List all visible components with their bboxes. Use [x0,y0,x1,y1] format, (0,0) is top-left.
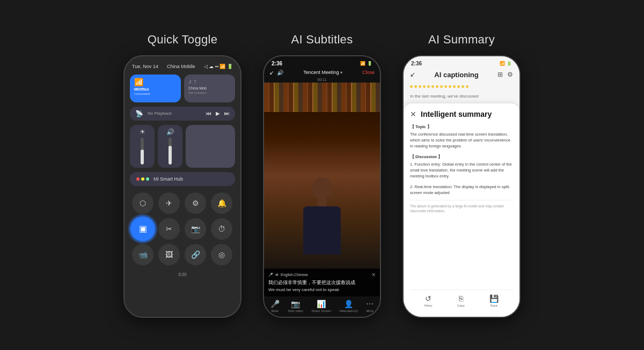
qt-smart-hub[interactable]: Mi Smart Hub [130,172,235,186]
camera-button[interactable]: 📷 [185,218,206,240]
cast-icon: 📡 [135,110,143,117]
sub-status-icons: 📶 🔋 [360,61,372,66]
video-button[interactable]: 📹 [132,244,153,265]
person-neck [318,199,326,206]
brightness-icon: ☀ [140,128,145,136]
dot-2 [414,85,417,88]
dot-5 [427,85,430,88]
sum-header-title: AI captioning [434,71,478,79]
qt-wifi-tile[interactable]: 📶 MIOffice Connected [130,75,181,102]
sum-status-icons: 📶 🔋 [500,61,512,66]
sum-modal-body: 【 Topic 】 The conference discussed real-… [410,124,513,289]
mute-button[interactable]: 🎤 Mute [270,300,280,312]
more-button[interactable]: ⋯ More [366,300,374,312]
save-button[interactable]: 💾 Save [489,294,499,307]
qt-edit-bar[interactable]: Edit [130,272,235,279]
sub-caption-bar: 🎤 ⇄ English-Chinese ✕ 我们必须非常慎重，不要把这次援救说成… [264,269,380,296]
sub-meeting-name: Tencent Meeting ▾ [303,70,342,75]
display-button[interactable]: ⚙ [185,192,206,214]
qt-brightness-tile[interactable]: ☀ [130,125,155,168]
sum-discussion-tag: 【 Discussion 】 [410,154,513,160]
sub-caption-toolbar: 🎤 ⇄ English-Chinese ✕ [268,272,376,278]
qt-status-bar: Tue, Nov 14 China Mobile ◁ ☁ ▪▪ 📶 🔋 [130,63,235,70]
ai-subtitles-phone: 2:36 📶 🔋 ↙ 🔊 Tencent Meeting ▾ Close 00: [263,55,381,318]
qt-status-icons: ◁ ☁ ▪▪ 📶 🔋 [204,64,233,69]
battery-icon: 🔋 [367,61,372,66]
dot-13 [462,85,464,88]
sum-battery-icon: 🔋 [507,61,512,66]
sum-preview-text: In the last meeting, we've discussed [404,91,519,103]
save-icon: 💾 [489,294,499,303]
caption-close-icon[interactable]: ✕ [371,272,376,278]
sum-disclaimer: The above is generated by a large AI mod… [410,200,513,213]
brightness-bar [141,138,144,165]
share-screen-button[interactable]: 📊 Share Screen [311,300,331,312]
attendees-button[interactable]: 👤 Attendees(1) [339,300,357,312]
ai-summary-phone: 2:36 📶 🔋 ↙ AI captioning ⊞ ⚙ [402,55,521,318]
airplane-button[interactable]: ✈ [158,192,180,214]
caption-mic-icon: 🎤 [268,273,273,277]
wifi-icon: 📶 [134,78,177,86]
sum-bottom-bar: ↺ Retry ⎘ Copy 💾 Save [410,289,513,310]
timer-button[interactable]: ⏱ [211,218,232,240]
next-button[interactable]: ⏭ [224,110,230,116]
sum-modal-header: ✕ Intelligent summary [410,110,513,118]
volume-fill [169,146,172,165]
qt-date: Tue, Nov 14 [132,64,158,69]
dot-10 [449,85,451,88]
main-container: Quick Toggle Tue, Nov 14 China Mobile ◁ … [0,22,644,329]
dot-9 [444,85,447,88]
volume-bar [169,138,172,165]
retry-button[interactable]: ↺ Retry [425,294,432,307]
copy-button[interactable]: ⎘ Copy [457,294,465,307]
bluetooth-button[interactable]: ⬡ [132,192,153,214]
qt-extra-tile [186,125,235,168]
sum-grid-icon[interactable]: ⊞ [497,71,503,78]
person-body [303,206,341,255]
sum-time: 2:36 [411,61,422,66]
bookshelf [264,83,380,112]
hub-dot-green [146,177,149,181]
dot-7 [436,85,438,88]
screen-button-highlighted[interactable]: ▣ [130,217,155,241]
sum-topic-tag: 【 Topic 】 [410,124,513,130]
sub-volume-icon: 🔊 [277,70,283,76]
sum-discussion-item-2: 2. Real-time translation: The display is… [410,184,513,196]
sub-caption-left: 🎤 ⇄ English-Chinese [268,273,308,277]
scissors-button[interactable]: ✂ [158,218,180,240]
sum-modal-close-button[interactable]: ✕ [410,110,416,118]
person-head [312,177,332,199]
dot-3 [419,85,421,88]
sum-discussion-item-1: 1. Function entry: Global entry In the c… [410,161,513,180]
photo-button[interactable]: 🖼 [158,244,180,265]
sum-gear-icon[interactable]: ⚙ [507,71,513,78]
notification-button[interactable]: 🔔 [211,192,232,214]
sum-modal-title: Intelligent summary [421,110,492,118]
sum-header: ↙ AI captioning ⊞ ⚙ [404,69,519,82]
sub-close-button[interactable]: Close [362,70,375,75]
focus-button[interactable]: ◎ [211,244,232,265]
play-button[interactable]: ▶ [216,110,220,116]
dot-6 [431,85,434,88]
dot-4 [423,85,426,88]
dot-14 [466,85,469,88]
sum-dotted-line [404,82,519,91]
sub-duration: 00:11 [264,78,380,83]
sum-back-icon[interactable]: ↙ [410,71,415,78]
ai-summary-title: AI Summary [428,33,495,47]
sub-status-bar: 2:36 📶 🔋 [264,56,380,69]
prev-button[interactable]: ⏮ [206,110,211,116]
hub-dot-red [136,177,140,181]
dot-1 [410,85,413,88]
qt-carrier: China Mobile [167,64,195,69]
start-video-button[interactable]: 📷 Start video [288,300,303,312]
person-figure [295,177,349,269]
hub-dots [136,177,149,181]
qt-music-tile[interactable]: ♪ ↑ China Mob Not Conned... [184,75,235,102]
sub-video-area [264,83,380,269]
quick-toggle-title: Quick Toggle [148,33,217,47]
link-button[interactable]: 🔗 [185,244,206,265]
qt-volume-tile[interactable]: 🔊 [158,125,182,168]
attendees-icon: 👤 [344,300,353,308]
sum-topic-text: The conference discussed real-time scree… [410,131,513,150]
